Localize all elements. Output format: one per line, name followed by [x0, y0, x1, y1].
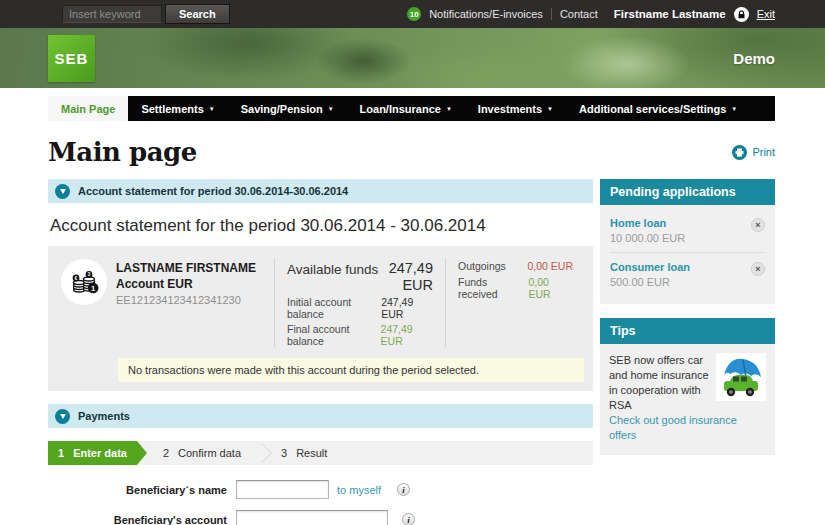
available-funds-block: Available funds 247,49 EUR Initial accou…	[275, 258, 445, 347]
contact-link[interactable]: Contact	[560, 8, 598, 20]
nav-label: Loan/Insurance	[360, 103, 441, 115]
page-title: Main page	[48, 137, 197, 167]
nav-settlements[interactable]: Settlements▼	[128, 96, 227, 121]
account-number: EE121234123412341230	[116, 294, 274, 306]
print-icon	[732, 145, 747, 160]
step-result: 3 Result	[259, 441, 345, 465]
notifications-link[interactable]: Notifications/E-invoices	[429, 8, 543, 20]
nav-label: Main Page	[61, 103, 115, 115]
svg-text:1: 1	[91, 284, 95, 293]
print-button[interactable]: Print	[732, 145, 775, 160]
nav-saving-pension[interactable]: Saving/Pension▼	[228, 96, 347, 121]
list-item: Consumer loan 500.00 EUR ×	[610, 253, 765, 296]
account-identity: LASTNAME FIRSTNAME Account EUR EE1212341…	[116, 258, 274, 306]
outgoings-label: Outgoings	[458, 260, 506, 272]
payments-section-bar[interactable]: Payments	[48, 404, 593, 428]
notification-badge: 10	[407, 7, 421, 21]
close-icon[interactable]: ×	[751, 262, 765, 276]
dropdown-arrow-icon: ▼	[328, 106, 334, 112]
funds-received-label: Funds received	[458, 276, 528, 300]
nav-label: Settlements	[141, 103, 203, 115]
collapse-arrow-icon[interactable]	[55, 184, 70, 199]
tips-header: Tips	[600, 318, 775, 344]
dropdown-arrow-icon: ▼	[731, 106, 737, 112]
account-holder-name: LASTNAME FIRSTNAME	[116, 261, 274, 277]
available-funds-label: Available funds	[287, 260, 378, 293]
final-balance-value: 247,49 EUR	[381, 323, 433, 347]
pending-consumer-loan-link[interactable]: Consumer loan	[610, 261, 765, 273]
pending-amount: 10 000.00 EUR	[610, 232, 765, 244]
step-number: 2	[163, 447, 169, 459]
coins-icon: € 3 1	[61, 259, 107, 305]
to-myself-link[interactable]: to myself	[337, 484, 381, 496]
tips-offer-link[interactable]: Check out good insurance offers	[609, 413, 766, 443]
statement-section-bar[interactable]: Account statement for period 30.06.2014-…	[48, 179, 593, 203]
payments-section-title: Payments	[78, 410, 130, 422]
step-label: Confirm data	[178, 447, 241, 459]
list-item: Home loan 10 000.00 EUR ×	[610, 209, 765, 253]
nav-additional-services[interactable]: Additional services/Settings▼	[566, 96, 750, 121]
content-area: Main page Print Account statement for pe…	[0, 121, 825, 525]
final-balance-label: Final account balance	[287, 323, 381, 347]
funds-received-value: 0,00 EUR	[528, 276, 573, 300]
collapse-arrow-icon[interactable]	[55, 409, 70, 424]
seb-logo[interactable]: SEB	[48, 35, 95, 82]
search-input[interactable]	[62, 5, 162, 23]
beneficiary-account-row: Beneficiary's account i	[48, 510, 593, 525]
step-label: Enter data	[73, 447, 127, 459]
demo-mode-label: Demo	[733, 50, 775, 67]
no-transactions-note: No transactions were made with this acco…	[118, 358, 584, 382]
close-icon[interactable]: ×	[751, 218, 765, 232]
beneficiary-name-row: Beneficiary´s name to myself i	[48, 480, 593, 499]
nav-investments[interactable]: Investments▼	[465, 96, 566, 121]
search-button[interactable]: Search	[165, 4, 230, 24]
nav-label: Additional services/Settings	[579, 103, 726, 115]
car-umbrella-icon	[716, 353, 766, 401]
account-type: Account EUR	[116, 277, 274, 293]
beneficiary-name-label: Beneficiary´s name	[48, 484, 236, 496]
step-enter-data: 1 Enter data	[48, 441, 137, 465]
divider	[551, 8, 552, 20]
payment-steps: 1 Enter data 2 Confirm data 3 Result	[48, 441, 593, 465]
dropdown-arrow-icon: ▼	[446, 106, 452, 112]
dropdown-arrow-icon: ▼	[547, 106, 553, 112]
lock-icon	[734, 7, 749, 22]
pending-applications-header: Pending applications	[600, 179, 775, 205]
brand-header: SEB Demo	[0, 28, 825, 88]
initial-balance-value: 247,49 EUR	[381, 296, 433, 320]
pending-home-loan-link[interactable]: Home loan	[610, 217, 765, 229]
exit-link[interactable]: Exit	[757, 8, 775, 20]
main-navigation: Main Page Settlements▼ Saving/Pension▼ L…	[48, 96, 775, 121]
nav-main-page[interactable]: Main Page	[48, 96, 128, 121]
tips-body: SEB now offers car and home insurance in…	[600, 344, 775, 455]
beneficiary-account-label: Beneficiary's account	[48, 514, 236, 525]
beneficiary-account-input[interactable]	[236, 510, 388, 525]
beneficiary-name-input[interactable]	[236, 480, 329, 499]
step-number: 3	[281, 447, 287, 459]
step-confirm-data: 2 Confirm data	[137, 441, 259, 465]
info-icon[interactable]: i	[402, 513, 415, 525]
print-label: Print	[752, 146, 775, 158]
outgoings-value: 0,00 EUR	[527, 260, 573, 272]
nav-label: Saving/Pension	[241, 103, 323, 115]
account-summary-box: € 3 1 LASTNAME FIRSTNAME Account EUR EE1…	[48, 246, 593, 391]
statement-heading: Account statement for the period 30.06.2…	[50, 216, 593, 236]
payment-form: Beneficiary´s name to myself i Beneficia…	[48, 480, 593, 525]
info-icon[interactable]: i	[397, 483, 410, 496]
dropdown-arrow-icon: ▼	[209, 106, 215, 112]
step-label: Result	[296, 447, 327, 459]
top-utility-bar: Search 10 Notifications/E-invoices Conta…	[0, 0, 825, 28]
nav-loan-insurance[interactable]: Loan/Insurance▼	[347, 96, 465, 121]
available-funds-amount: 247,49	[389, 260, 433, 277]
search-area: Search	[62, 4, 230, 24]
available-funds-currency: EUR	[389, 277, 433, 294]
user-name: Firstname Lastname	[614, 8, 726, 20]
main-column: Account statement for period 30.06.2014-…	[48, 179, 593, 525]
pending-applications-body: Home loan 10 000.00 EUR × Consumer loan …	[600, 205, 775, 304]
initial-balance-label: Initial account balance	[287, 296, 381, 320]
page-header-row: Main page Print	[48, 137, 775, 167]
step-number: 1	[58, 447, 64, 459]
statement-section-title: Account statement for period 30.06.2014-…	[78, 185, 348, 197]
top-right-links: 10 Notifications/E-invoices Contact Firs…	[407, 7, 775, 22]
pending-amount: 500.00 EUR	[610, 276, 765, 288]
